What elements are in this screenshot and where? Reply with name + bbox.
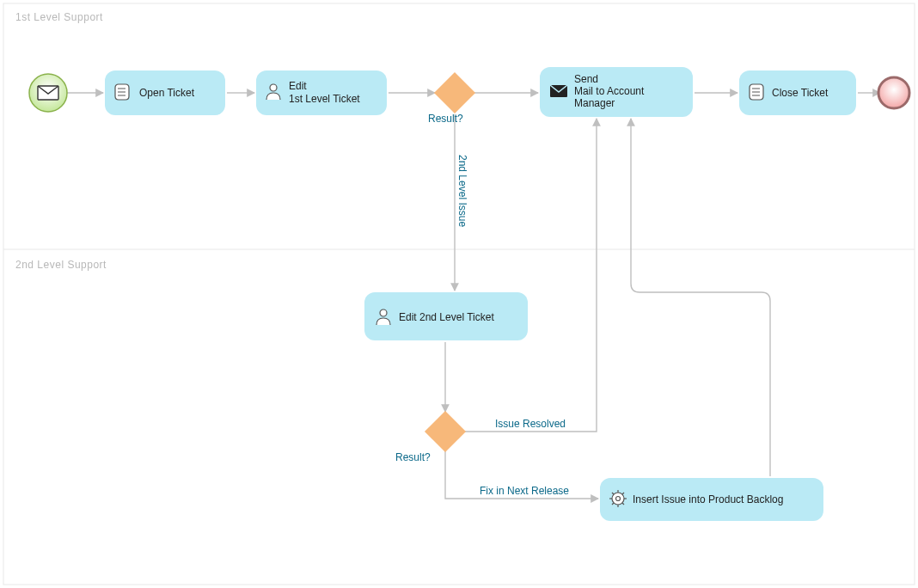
flow-backlog-sendmail [631, 119, 770, 476]
flow-label-issue-resolved: Issue Resolved [495, 418, 566, 430]
svg-point-9 [270, 84, 277, 91]
svg-point-17 [878, 77, 909, 108]
gear-icon [609, 490, 627, 507]
mail-icon [550, 85, 567, 97]
task-insert-backlog-label: Insert Issue into Product Backlog [633, 493, 783, 505]
svg-rect-10 [434, 72, 475, 113]
lane-2-label: 2nd Level Support [15, 259, 107, 271]
svg-rect-20 [425, 411, 466, 452]
flow-g2-sendmail [465, 119, 597, 432]
task-edit-1st: Edit 1st Level Ticket [256, 70, 387, 115]
bpmn-diagram: 1st Level Support 2nd Level Support Resu… [0, 0, 918, 588]
task-insert-backlog: Insert Issue into Product Backlog [600, 478, 823, 521]
start-event [29, 74, 67, 112]
lane-1-label: 1st Level Support [15, 11, 103, 23]
flow-label-fix-next-release: Fix in Next Release [480, 485, 569, 497]
envelope-icon [38, 86, 58, 100]
gateway-2 [425, 411, 466, 452]
task-send-mail: Send Mail to Account Manager [540, 67, 693, 117]
gateway-2-label: Result? [395, 451, 431, 463]
task-edit-2nd-label: Edit 2nd Level Ticket [399, 311, 494, 323]
gateway-1-label: Result? [428, 113, 463, 125]
end-event [878, 77, 909, 108]
script-icon [115, 84, 129, 100]
task-open-ticket: Open Ticket [105, 70, 225, 115]
svg-point-19 [380, 309, 387, 316]
script-icon [750, 84, 763, 100]
task-edit-2nd: Edit 2nd Level Ticket [364, 292, 528, 340]
gateway-1 [434, 72, 475, 113]
svg-point-22 [612, 493, 624, 505]
task-open-ticket-label: Open Ticket [139, 87, 195, 99]
task-close-ticket-label: Close Ticket [772, 87, 829, 99]
task-close-ticket: Close Ticket [739, 70, 856, 115]
flow-label-2nd-level-issue: 2nd Level Issue [456, 155, 468, 227]
